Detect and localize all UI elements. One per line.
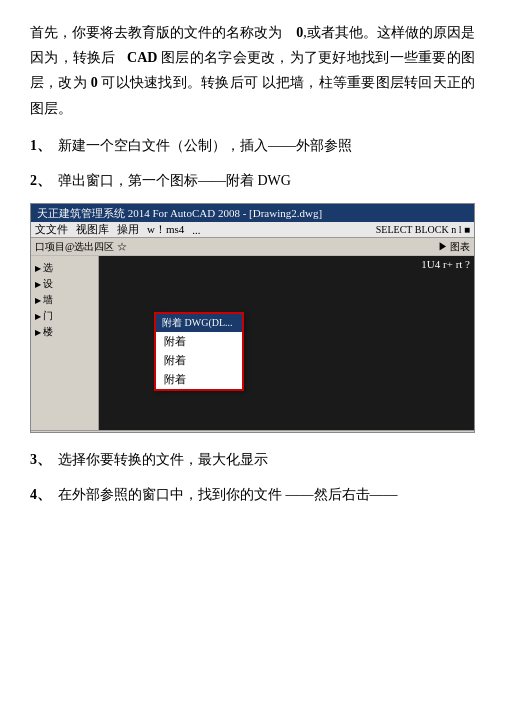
menu-item-view[interactable]: 视图库 (76, 222, 109, 237)
cad-menubar: 文文件 视图库 操用 w！ms4 ... SELECT BLOCK n l ■ (31, 222, 474, 238)
dropdown-item-3[interactable]: 附着 (156, 370, 242, 389)
dropdown-title: 附着 DWG(DL... (162, 316, 233, 330)
cad-toolbar-right: ▶ 图表 (438, 240, 471, 254)
cad-left-panel: ▶选 ▶设 ▶墙 ▶门 ▶楼 (31, 256, 99, 430)
cad-top-right-text: 1U4 r+ rt ? (421, 258, 470, 270)
list-content-3: 选择你要转换的文件，最大化显示 (58, 447, 475, 472)
list-num-4: 4、 (30, 482, 58, 507)
menu-item-file[interactable]: 文文件 (35, 222, 68, 237)
list-item-2: 2、 弹出窗口，第一个图标——附着 DWG (30, 168, 475, 193)
info-bar-btn[interactable]: ▶列 (442, 432, 470, 434)
info-bar-label: 详细信息 (35, 432, 75, 434)
info-bar-controls: ▶列 (442, 432, 470, 434)
cad-panel-item-settings[interactable]: ▶设 (33, 276, 96, 292)
cad-canvas: 1U4 r+ rt ? 附着 DWG(DL... 附着 附着 附着 (99, 256, 474, 430)
cad-toolbar-label: 口项目@选出四区 ☆ (35, 240, 127, 254)
list-item-1: 1、 新建一个空白文件（公制），插入——外部参照 (30, 133, 475, 158)
cad-titlebar: 天正建筑管理系统 2014 For AutoCAD 2008 - [Drawin… (31, 204, 474, 222)
list-num-3: 3、 (30, 447, 58, 472)
dropdown-item-2[interactable]: 附着 (156, 351, 242, 370)
dropdown-header: 附着 DWG(DL... (156, 314, 242, 332)
cad-info-bar: 详细信息 ▶列 (31, 430, 474, 433)
menu-ellipsis: ... (192, 224, 200, 236)
cad-panel-item-door[interactable]: ▶门 (33, 308, 96, 324)
list-item-3: 3、 选择你要转换的文件，最大化显示 (30, 447, 475, 472)
list-item-4: 4、 在外部参照的窗口中，找到你的文件 ——然后右击—— (30, 482, 475, 507)
cad-panel-item-floor[interactable]: ▶楼 (33, 324, 96, 340)
menu-item-ops[interactable]: 操用 (117, 222, 139, 237)
cad-screenshot: 天正建筑管理系统 2014 For AutoCAD 2008 - [Drawin… (30, 203, 475, 433)
list-content-4: 在外部参照的窗口中，找到你的文件 ——然后右击—— (58, 482, 475, 507)
cad-main-area: ▶选 ▶设 ▶墙 ▶门 ▶楼 1U4 r+ rt ? (31, 256, 474, 430)
intro-paragraph: 首先，你要将去教育版的文件的名称改为 0,或者其他。这样做的原因是因为，转换后 … (30, 20, 475, 121)
list-num-1: 1、 (30, 133, 58, 158)
cad-dropdown-popup: 附着 DWG(DL... 附着 附着 附着 (154, 312, 244, 391)
list-content-2: 弹出窗口，第一个图标——附着 DWG (58, 168, 475, 193)
cad-panel-item-select[interactable]: ▶选 (33, 260, 96, 276)
cad-toolbar-row: 口项目@选出四区 ☆ ▶ 图表 (31, 238, 474, 256)
cad-panel-item-wall[interactable]: ▶墙 (33, 292, 96, 308)
menu-item-w[interactable]: w！ms4 (147, 222, 184, 237)
list-content-1: 新建一个空白文件（公制），插入——外部参照 (58, 133, 475, 158)
dropdown-item-1[interactable]: 附着 (156, 332, 242, 351)
cad-title-text: 天正建筑管理系统 2014 For AutoCAD 2008 - [Drawin… (37, 206, 322, 221)
list-num-2: 2、 (30, 168, 58, 193)
page-content: 首先，你要将去教育版的文件的名称改为 0,或者其他。这样做的原因是因为，转换后 … (30, 20, 475, 508)
cad-top-right-cmd: SELECT BLOCK n l ■ (376, 224, 470, 235)
